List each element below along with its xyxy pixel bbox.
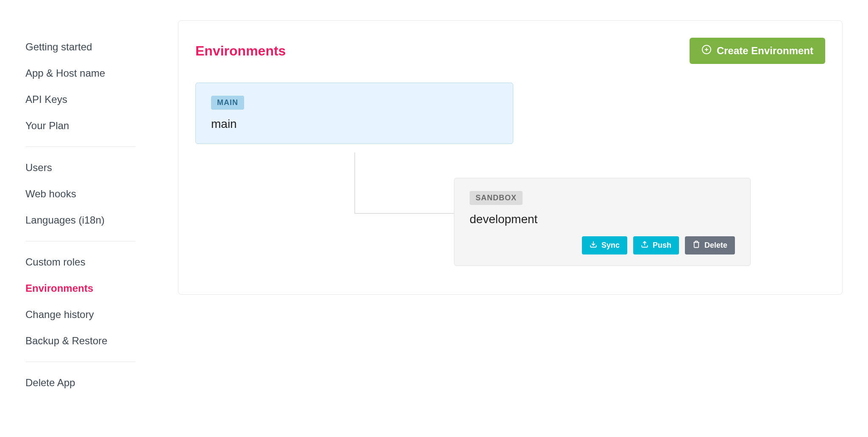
sync-label: Sync	[601, 241, 620, 250]
sidebar-item-delete-app[interactable]: Delete App	[25, 370, 136, 396]
sidebar-item-backup-restore[interactable]: Backup & Restore	[25, 328, 136, 354]
sidebar-item-environments[interactable]: Environments	[25, 275, 136, 301]
trash-icon	[693, 241, 700, 250]
sidebar-item-web-hooks[interactable]: Web hooks	[25, 181, 136, 207]
environment-card-sandbox[interactable]: SANDBOX development Sync	[454, 178, 751, 266]
sidebar-item-users[interactable]: Users	[25, 155, 136, 181]
delete-button[interactable]: Delete	[685, 236, 735, 254]
push-label: Push	[653, 241, 671, 250]
sidebar-item-app-host-name[interactable]: App & Host name	[25, 60, 136, 86]
connector-horizontal	[354, 213, 454, 214]
environment-actions: Sync Push	[470, 236, 735, 254]
panel-header: Environments Create Environment	[195, 38, 825, 64]
sidebar-item-your-plan[interactable]: Your Plan	[25, 113, 136, 139]
sidebar-item-custom-roles[interactable]: Custom roles	[25, 249, 136, 275]
sidebar-group-general: Getting started App & Host name API Keys…	[25, 34, 136, 147]
environment-badge-main: MAIN	[211, 96, 244, 110]
create-environment-button[interactable]: Create Environment	[690, 38, 825, 64]
sidebar: Getting started App & Host name API Keys…	[0, 0, 161, 437]
sidebar-group-users: Users Web hooks Languages (i18n)	[25, 155, 136, 241]
plus-circle-icon	[701, 44, 712, 57]
sidebar-group-admin: Custom roles Environments Change history…	[25, 249, 136, 362]
connector-vertical	[354, 152, 355, 214]
environment-badge-sandbox: SANDBOX	[470, 191, 523, 205]
environment-card-main[interactable]: MAIN main	[195, 83, 513, 144]
environment-name-sandbox: development	[470, 213, 735, 226]
main-content: Environments Create Environment MAIN mai…	[161, 0, 868, 437]
environment-name-main: main	[211, 117, 498, 131]
sidebar-group-danger: Delete App	[25, 370, 136, 404]
environments-tree: MAIN main SANDBOX development	[195, 83, 825, 277]
page-title: Environments	[195, 43, 286, 59]
sidebar-item-api-keys[interactable]: API Keys	[25, 86, 136, 113]
sidebar-item-languages[interactable]: Languages (i18n)	[25, 207, 136, 233]
create-environment-label: Create Environment	[717, 45, 813, 57]
delete-label: Delete	[704, 241, 727, 250]
push-button[interactable]: Push	[633, 236, 679, 254]
environments-panel: Environments Create Environment MAIN mai…	[178, 20, 843, 295]
sidebar-item-change-history[interactable]: Change history	[25, 301, 136, 328]
upload-icon	[641, 241, 648, 250]
sync-button[interactable]: Sync	[582, 236, 627, 254]
sidebar-item-getting-started[interactable]: Getting started	[25, 34, 136, 60]
download-icon	[590, 241, 597, 250]
